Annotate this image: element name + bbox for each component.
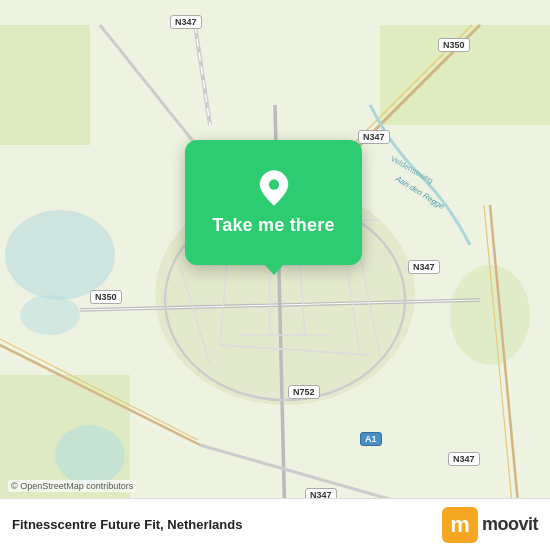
location-name: Fitnesscentre Future Fit, Netherlands xyxy=(12,517,242,532)
road-badge-n347-right: N347 xyxy=(408,260,440,274)
svg-point-2 xyxy=(20,295,80,335)
map-container: Veldenseweg Aan den Regge Rijssen N347 N… xyxy=(0,0,550,550)
svg-line-20 xyxy=(484,205,514,525)
road-badge-n350-left: N350 xyxy=(90,290,122,304)
location-pin-icon xyxy=(255,169,293,207)
svg-point-1 xyxy=(5,210,115,300)
road-badge-n347-bot: N347 xyxy=(448,452,480,466)
moovit-icon: m xyxy=(442,507,478,543)
svg-line-19 xyxy=(490,205,520,525)
svg-point-35 xyxy=(268,179,278,189)
moovit-text: moovit xyxy=(482,514,538,535)
map-roads: Veldenseweg Aan den Regge Rijssen xyxy=(0,0,550,550)
osm-attribution: © OpenStreetMap contributors xyxy=(8,480,136,492)
road-badge-n752: N752 xyxy=(288,385,320,399)
moovit-logo: m moovit xyxy=(442,507,538,543)
road-badge-n350-top: N350 xyxy=(438,38,470,52)
svg-point-6 xyxy=(450,265,530,365)
road-badge-a1: A1 xyxy=(360,432,382,446)
popup-label: Take me there xyxy=(212,215,334,236)
svg-rect-0 xyxy=(0,25,90,145)
road-badge-n347-mid: N347 xyxy=(358,130,390,144)
road-badge-n347-top: N347 xyxy=(170,15,202,29)
bottom-bar: Fitnesscentre Future Fit, Netherlands m … xyxy=(0,498,550,550)
svg-point-5 xyxy=(55,425,125,485)
bottom-left-info: Fitnesscentre Future Fit, Netherlands xyxy=(12,517,242,532)
take-me-there-button[interactable]: Take me there xyxy=(185,140,362,265)
